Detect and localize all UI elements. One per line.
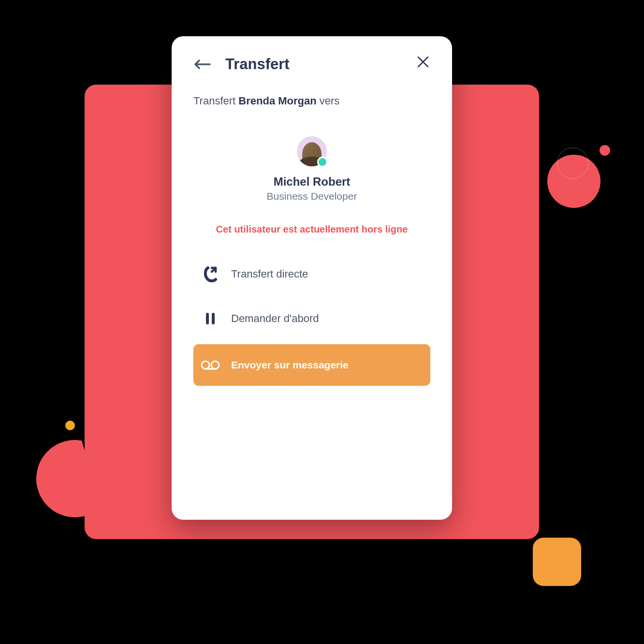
option-label: Envoyer sur messagerie: [231, 359, 349, 371]
svg-point-3: [211, 361, 219, 369]
back-button[interactable]: [193, 59, 211, 70]
option-label: Demander d'abord: [231, 312, 319, 325]
transfer-out-icon: [200, 264, 220, 284]
page-title: Transfert: [225, 56, 290, 73]
transfer-description: Transfert Brenda Morgan vers: [193, 95, 430, 107]
status-indicator: [317, 157, 328, 167]
contact-role: Business Developer: [267, 190, 357, 202]
option-label: Transfert directe: [231, 268, 308, 280]
svg-rect-0: [206, 313, 209, 324]
arrow-left-icon: [193, 59, 211, 70]
card-header: Transfert: [193, 56, 430, 73]
decorative-dot: [600, 145, 610, 156]
close-button[interactable]: [416, 55, 430, 69]
transfer-suffix: vers: [317, 95, 340, 107]
voicemail-icon: [200, 355, 220, 375]
svg-point-2: [202, 361, 209, 369]
decorative-circle-outline: [557, 147, 588, 179]
caller-name: Brenda Morgan: [238, 95, 316, 107]
decorative-square: [533, 538, 581, 586]
contact-section: Michel Robert Business Developer: [193, 136, 430, 202]
offline-warning: Cet utilisateur est actuellement hors li…: [193, 224, 430, 235]
close-icon: [417, 56, 429, 68]
option-send-voicemail[interactable]: Envoyer sur messagerie: [193, 344, 430, 386]
pause-icon: [200, 308, 220, 329]
transfer-card: Transfert Transfert Brenda Morgan vers M…: [172, 36, 452, 520]
decorative-dot: [65, 421, 75, 430]
option-direct-transfer[interactable]: Transfert directe: [193, 255, 430, 293]
transfer-prefix: Transfert: [193, 95, 238, 107]
option-ask-first[interactable]: Demander d'abord: [193, 300, 430, 337]
contact-name: Michel Robert: [274, 175, 351, 189]
avatar-wrapper: [297, 136, 327, 166]
svg-rect-1: [212, 313, 215, 324]
